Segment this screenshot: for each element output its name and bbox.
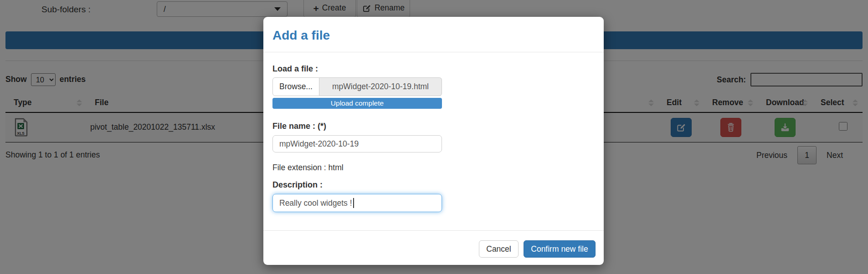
add-file-modal: Add a file Load a file : Browse... mpWid… (263, 17, 604, 265)
confirm-new-file-button[interactable]: Confirm new file (524, 240, 596, 258)
modal-footer: Cancel Confirm new file (263, 230, 604, 265)
file-name-input[interactable] (272, 135, 442, 152)
file-manager-page: Sub-folders : / + Create Rename Show 10 … (0, 0, 868, 274)
file-extension-text: File extension : html (272, 163, 344, 173)
text-cursor (353, 198, 354, 208)
modal-header: Add a file (263, 17, 604, 52)
browse-button[interactable]: Browse... (272, 77, 319, 96)
file-name-label: File name : (*) (272, 122, 326, 131)
description-label: Description : (272, 180, 323, 190)
cancel-button[interactable]: Cancel (479, 240, 519, 258)
description-input[interactable]: Really cool widgets ! (272, 194, 442, 212)
file-upload-group: Browse... mpWidget-2020-10-19.html (272, 77, 442, 96)
load-file-label: Load a file : (272, 64, 318, 74)
modal-title: Add a file (272, 29, 330, 42)
upload-progress-bar: Upload complete (272, 98, 442, 109)
uploaded-filename: mpWidget-2020-10-19.html (319, 77, 442, 96)
description-value: Really cool widgets ! (279, 198, 352, 208)
